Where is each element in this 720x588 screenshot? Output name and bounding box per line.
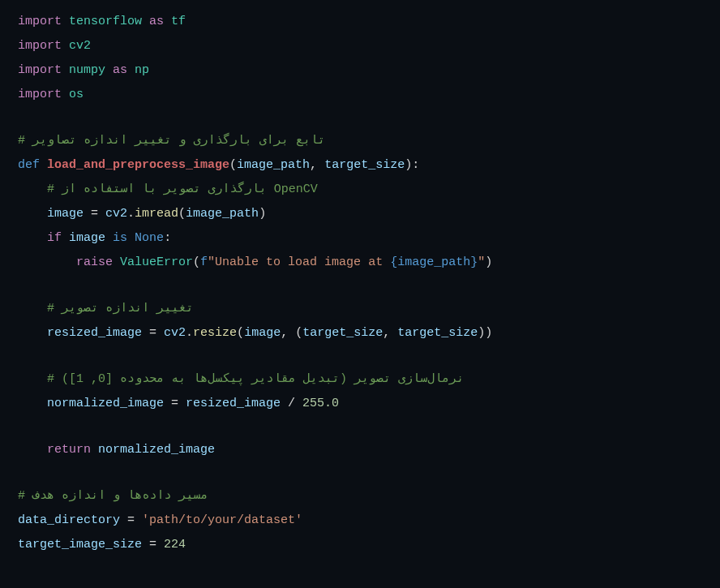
keyword-is: is — [113, 231, 127, 245]
param-target-size: target_size — [324, 158, 405, 172]
code-line-raise: raise ValueError(f"Unable to load image … — [18, 251, 702, 275]
code-line-target-size: target_image_size = 224 — [18, 533, 702, 557]
alias-tf: tf — [171, 15, 186, 28]
fn-imread: imread — [135, 207, 178, 221]
string-part1: "Unable to load image at — [208, 255, 390, 269]
keyword-return: return — [47, 443, 91, 457]
var-image: image — [69, 231, 105, 245]
var-data-directory: data_directory — [18, 513, 120, 527]
arg-target-size: target_size — [302, 326, 383, 340]
code-line-comment-4: # نرمال‌سازی تصویر (تبدیل مقادیر پیکسل‌ه… — [18, 367, 702, 392]
blank-line — [18, 107, 702, 129]
obj-cv2: cv2 — [105, 207, 127, 221]
code-line-resize: resized_image = cv2.resize(image, (targe… — [18, 321, 702, 346]
keyword-import: import — [18, 63, 62, 77]
keyword-if: if — [47, 231, 62, 245]
arg-target-size: target_size — [397, 326, 478, 340]
arg-image: image — [244, 326, 281, 340]
keyword-import: import — [18, 88, 62, 101]
code-line-comment-1: # تابع برای بارگذاری و تغییر اندازه تصاو… — [18, 129, 702, 153]
blank-line — [18, 275, 702, 297]
function-name: load_and_preprocess_image — [47, 158, 229, 172]
keyword-import: import — [18, 39, 62, 53]
var-image: image — [47, 207, 84, 221]
comment-text: # تابع برای بارگذاری و تغییر اندازه تصاو… — [18, 134, 325, 148]
comment-text: # بارگذاری تصویر با استفاده از OpenCV — [18, 182, 318, 196]
code-line-normalize: normalized_image = resized_image / 255.0 — [18, 392, 702, 416]
f-prefix: f — [200, 255, 208, 269]
module-tensorflow: tensorflow — [69, 15, 142, 28]
code-line-imread: image = cv2.imread(image_path) — [18, 202, 702, 226]
code-line-3: import numpy as np — [18, 58, 702, 83]
blank-line — [18, 416, 702, 438]
code-line-1: import tensorflow as tf — [18, 10, 702, 34]
keyword-def: def — [18, 158, 40, 172]
obj-cv2: cv2 — [164, 326, 186, 340]
keyword-raise: raise — [76, 255, 113, 269]
blank-line — [18, 462, 702, 484]
string-path: 'path/to/your/dataset' — [142, 513, 302, 527]
code-line-return: return normalized_image — [18, 438, 702, 462]
number-255: 255.0 — [302, 397, 339, 410]
fstring-interp: {image_path} — [390, 255, 478, 269]
fn-resize: resize — [193, 326, 237, 340]
comment-text: # تغییر اندازه تصویر — [18, 302, 194, 315]
module-numpy: numpy — [69, 63, 105, 77]
arg-image-path: image_path — [186, 207, 259, 221]
var-resized-rhs: resized_image — [186, 397, 281, 410]
code-line-if: if image is None: — [18, 226, 702, 251]
alias-np: np — [135, 63, 149, 77]
module-cv2: cv2 — [69, 39, 91, 53]
code-line-4: import os — [18, 83, 702, 107]
blank-line — [18, 346, 702, 367]
class-valueerror: ValueError — [120, 255, 193, 269]
keyword-as: as — [113, 63, 127, 77]
keyword-none: None — [135, 231, 164, 245]
code-line-comment-2: # بارگذاری تصویر با استفاده از OpenCV — [18, 178, 702, 202]
module-os: os — [69, 88, 84, 101]
comment-text: # مسیر داده‌ها و اندازه هدف — [18, 489, 208, 503]
keyword-import: import — [18, 15, 62, 28]
var-normalized-ret: normalized_image — [98, 443, 215, 457]
param-image-path: image_path — [237, 158, 310, 172]
code-line-comment-5: # مسیر داده‌ها و اندازه هدف — [18, 484, 702, 509]
code-line-comment-3: # تغییر اندازه تصویر — [18, 297, 702, 321]
number-224: 224 — [164, 538, 186, 552]
comment-text: # نرمال‌سازی تصویر (تبدیل مقادیر پیکسل‌ه… — [18, 372, 464, 386]
var-resized: resized_image — [47, 326, 142, 340]
code-block: import tensorflow as tf import cv2 impor… — [18, 10, 702, 557]
string-part2: " — [478, 255, 485, 269]
var-target-image-size: target_image_size — [18, 538, 142, 552]
keyword-as: as — [149, 15, 164, 28]
code-line-data-dir: data_directory = 'path/to/your/dataset' — [18, 509, 702, 533]
code-line-def: def load_and_preprocess_image(image_path… — [18, 153, 702, 178]
var-normalized: normalized_image — [47, 397, 164, 410]
code-line-2: import cv2 — [18, 34, 702, 58]
